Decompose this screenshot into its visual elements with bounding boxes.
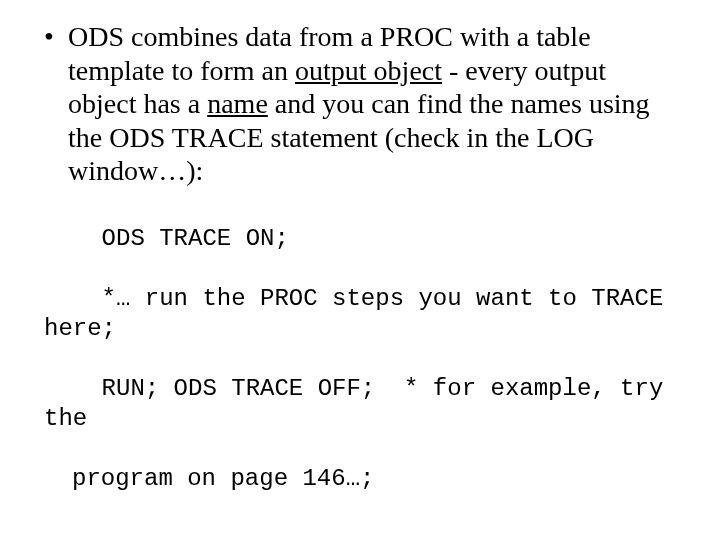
code-line-3a: RUN; ODS TRACE OFF; * for example, try t… <box>44 375 678 432</box>
code-block: ODS TRACE ON; *… run the PROC steps you … <box>40 194 680 540</box>
bullet-item: ODS combines data from a PROC with a tab… <box>68 20 680 188</box>
code-line-1: ODS TRACE ON; <box>102 225 289 252</box>
bullet-list: ODS combines data from a PROC with a tab… <box>40 20 680 188</box>
code-line-3b: program on page 146…; <box>44 464 680 494</box>
slide: ODS combines data from a PROC with a tab… <box>0 0 720 540</box>
underlined-output-object: output object <box>295 55 442 86</box>
underlined-name: name <box>207 88 268 119</box>
code-line-2: *… run the PROC steps you want to TRACE … <box>44 285 678 342</box>
